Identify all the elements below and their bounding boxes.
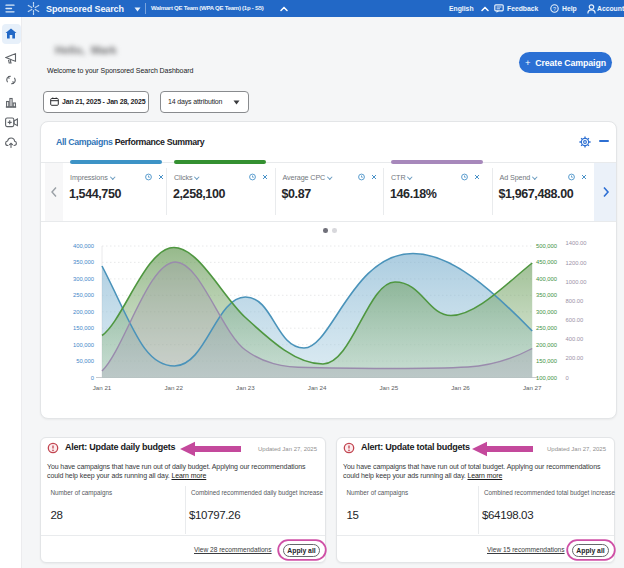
svg-text:50,000: 50,000: [76, 358, 94, 364]
svg-text:350,000: 350,000: [73, 259, 94, 265]
svg-text:300,000: 300,000: [536, 309, 557, 315]
svg-text:Jan 27: Jan 27: [523, 384, 542, 391]
svg-text:Jan 26: Jan 26: [451, 384, 470, 391]
svg-text:250,000: 250,000: [73, 292, 94, 298]
svg-text:?: ?: [553, 6, 556, 12]
svg-text:150,000: 150,000: [73, 325, 94, 331]
svg-text:1200.00: 1200.00: [566, 260, 587, 266]
svg-text:450,000: 450,000: [536, 259, 557, 265]
svg-text:400,000: 400,000: [73, 243, 94, 249]
svg-text:500,000: 500,000: [536, 243, 557, 249]
svg-text:200,000: 200,000: [536, 342, 557, 348]
svg-text:1400.00: 1400.00: [566, 240, 587, 246]
svg-text:1000.00: 1000.00: [566, 279, 587, 285]
svg-text:150,000: 150,000: [536, 358, 557, 364]
svg-text:300,000: 300,000: [73, 276, 94, 282]
svg-text:200.00: 200.00: [566, 355, 584, 361]
svg-text:100,000: 100,000: [73, 342, 94, 348]
svg-text:Jan 23: Jan 23: [236, 384, 255, 391]
svg-text:0: 0: [91, 375, 94, 381]
svg-text:0: 0: [566, 375, 569, 381]
svg-text:800.00: 800.00: [566, 298, 584, 304]
svg-text:250,000: 250,000: [536, 325, 557, 331]
svg-text:400,000: 400,000: [536, 276, 557, 282]
svg-text:Jan 25: Jan 25: [380, 384, 399, 391]
svg-text:200,000: 200,000: [73, 309, 94, 315]
svg-text:Jan 22: Jan 22: [164, 384, 183, 391]
svg-text:Jan 24: Jan 24: [308, 384, 327, 391]
svg-text:600.00: 600.00: [566, 317, 584, 323]
svg-text:100,000: 100,000: [536, 375, 557, 381]
svg-text:400.00: 400.00: [566, 336, 584, 342]
svg-text:350,000: 350,000: [536, 292, 557, 298]
svg-text:Jan 21: Jan 21: [93, 384, 112, 391]
